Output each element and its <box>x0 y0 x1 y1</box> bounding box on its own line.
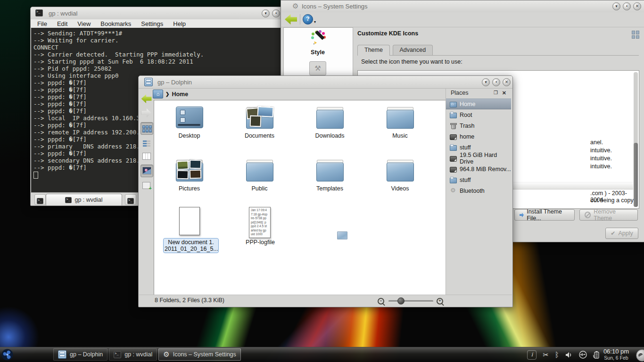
scrollbar-thumb[interactable] <box>634 143 638 207</box>
task-button[interactable]: ⚙ Icons – System Settings <box>158 348 241 361</box>
folder-item[interactable]: Music <box>365 106 435 159</box>
breadcrumb-home[interactable]: Home <box>172 91 188 98</box>
terminal-line: --> Pid of pppd: 25082 <box>33 65 283 72</box>
minimize-button[interactable]: ▾ <box>482 78 490 86</box>
columns-view-button[interactable] <box>140 150 152 162</box>
task-button[interactable]: >_ gp : wvdial <box>109 348 157 361</box>
theme-list-text-fragment: intuitive. <box>590 147 612 154</box>
maximize-button[interactable]: • <box>492 78 500 86</box>
preview-toggle-button[interactable] <box>140 165 153 177</box>
folder-item[interactable]: Public <box>224 159 295 212</box>
tab[interactable]: Theme <box>357 45 390 56</box>
panel-toolbox-cashew-icon[interactable] <box>636 349 644 362</box>
zoom-out-icon[interactable]: − <box>378 298 384 304</box>
icons-view-button[interactable] <box>140 122 153 135</box>
menu-item[interactable]: Bookmarks <box>100 20 131 27</box>
battery-icon[interactable] <box>593 351 600 359</box>
ppp-logfile-file[interactable]: Jan 17 09:4 7:18 gp-Asp ire-5738 pp pd[1… <box>249 207 271 238</box>
forward-button[interactable] <box>140 107 152 119</box>
scrollbar[interactable] <box>634 72 638 207</box>
close-panel-icon[interactable]: ✕ <box>502 90 506 96</box>
terminal-tab[interactable]: >_ gp : wvdial <box>46 194 122 206</box>
info-icon[interactable]: i <box>527 350 537 360</box>
terminal-titlebar[interactable]: >_ gp : wvdial ▾ • <box>31 7 283 20</box>
place-label: home <box>460 133 474 140</box>
back-button[interactable] <box>140 93 152 105</box>
peripherals-icon[interactable]: ⚒ <box>309 61 326 75</box>
folder-item[interactable]: Pictures <box>154 159 224 212</box>
system-settings-titlebar[interactable]: ⚙ Icons – System Settings ▾ • ✕ <box>281 0 644 13</box>
home-icon[interactable]: ⌂ <box>153 90 163 99</box>
bluetooth-icon[interactable]: ᛒ <box>555 351 559 359</box>
file-preview-line: ppd 2.4.5 st <box>251 224 270 229</box>
place-icon <box>450 155 457 161</box>
tab-list-button[interactable]: >_ <box>125 194 136 205</box>
chevron-down-icon[interactable]: ▾ <box>314 20 316 24</box>
folder-icon <box>316 106 344 129</box>
sidebar-item-label: Style <box>284 49 352 56</box>
folder-label: Pictures <box>179 185 200 192</box>
zoom-in-icon[interactable]: + <box>437 298 443 304</box>
maximize-button[interactable]: • <box>272 9 280 17</box>
minimize-button[interactable]: ▾ <box>262 9 270 17</box>
new-document-file[interactable] <box>179 207 200 235</box>
dolphin-titlebar[interactable]: gp – Dolphin ▾ • ✕ <box>139 76 512 89</box>
start-menu-button[interactable] <box>1 348 14 361</box>
float-panel-icon[interactable]: ❐ <box>494 90 498 95</box>
folder-item[interactable]: Templates <box>295 159 365 212</box>
select-theme-prompt: Select the icon theme you want to use: <box>361 58 462 65</box>
style-icon <box>309 30 327 47</box>
theme-tabs: Theme Advanced <box>357 45 639 56</box>
icon-grid-button[interactable] <box>632 31 640 39</box>
status-text: 8 Folders, 2 Files (3.3 KiB) <box>155 297 224 304</box>
place-item[interactable]: Trash <box>446 120 511 131</box>
help-button[interactable]: ? <box>303 14 313 25</box>
place-item[interactable]: Bluetooth <box>446 185 511 196</box>
place-item[interactable]: stuff <box>446 174 511 185</box>
menu-item[interactable]: File <box>37 20 47 27</box>
sidebar-item-style[interactable]: Style ⚒ <box>284 30 352 75</box>
clock-date: Sun, 6 Feb <box>600 355 633 361</box>
new-tab-button[interactable]: >_ <box>34 194 46 205</box>
maximize-button[interactable]: • <box>623 2 631 10</box>
klipper-scissors-icon[interactable]: ✂ <box>543 351 549 359</box>
split-view-button[interactable] <box>140 180 152 191</box>
menu-item[interactable]: Edit <box>57 20 67 27</box>
zoom-slider[interactable] <box>388 300 433 302</box>
clock[interactable]: 06:10 pm Sun, 6 Feb <box>600 348 633 361</box>
folder-item[interactable]: Videos <box>365 159 435 212</box>
remove-theme-button[interactable]: Remove Theme <box>579 209 638 221</box>
menu-item[interactable]: Settings <box>141 20 163 27</box>
back-button[interactable] <box>285 14 297 25</box>
folder-label: Public <box>251 185 267 192</box>
install-theme-button[interactable]: Install Theme File... <box>514 209 575 221</box>
task-button[interactable]: gp – Dolphin <box>53 348 107 361</box>
folder-view[interactable]: Desktop Documents <box>154 100 446 296</box>
apply-button[interactable]: ✔ Apply <box>605 228 638 239</box>
place-item[interactable]: 964.8 MiB Remov... <box>446 164 511 174</box>
usb-device-icon[interactable] <box>579 351 587 359</box>
tab[interactable]: Advanced <box>393 45 433 55</box>
dolphin-window-title: gp – Dolphin <box>157 79 192 86</box>
place-item[interactable]: Home <box>446 99 511 109</box>
volume-icon[interactable] <box>565 352 573 358</box>
place-item[interactable]: 19.5 GiB Hard Drive <box>446 153 511 164</box>
folder-item[interactable]: Downloads <box>295 106 365 159</box>
place-icon <box>450 101 457 107</box>
task-icon <box>58 350 66 359</box>
details-view-button[interactable] <box>140 137 152 148</box>
new-document-label-selected[interactable]: New document 1. 2011_01_20_16_5... <box>163 238 219 253</box>
folder-grid: Desktop Documents <box>154 106 437 212</box>
place-item[interactable]: home <box>446 131 511 142</box>
close-button[interactable]: ✕ <box>503 78 511 86</box>
folder-item[interactable]: Documents <box>224 106 295 159</box>
system-settings-window-title: Icons – System Settings <box>302 3 367 10</box>
folder-item[interactable]: Desktop <box>154 106 224 159</box>
menu-item[interactable]: Help <box>173 20 186 27</box>
minimize-button[interactable]: ▾ <box>612 2 620 10</box>
zoom-slider-handle[interactable] <box>397 297 405 304</box>
menu-item[interactable]: View <box>77 20 91 27</box>
place-item[interactable]: Root <box>446 109 511 120</box>
close-button[interactable]: ✕ <box>633 2 641 10</box>
dolphin-window[interactable]: gp – Dolphin ▾ • ✕ ⌂ ❯ Home <box>138 75 513 307</box>
